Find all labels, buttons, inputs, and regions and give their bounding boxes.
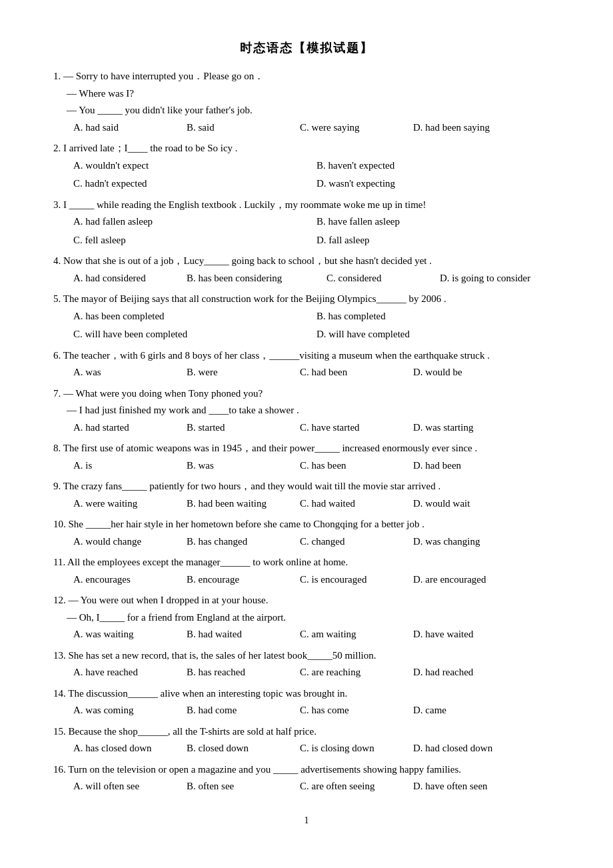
question-14-option-D: D. came — [413, 702, 526, 719]
question-3: 3. I _____ while reading the English tex… — [53, 197, 560, 249]
question-2-option-D: D. wasn't expecting — [316, 175, 560, 193]
question-8-options-row-1: A. isB. wasC. has beenD. had been — [73, 457, 560, 475]
question-12: 12. — You were out when I dropped in at … — [53, 592, 560, 643]
question-6-option-D: D. would be — [413, 364, 526, 381]
question-8-option-A: A. is — [73, 457, 187, 475]
question-15-option-D: D. had closed down — [413, 740, 526, 757]
question-16-option-C: C. are often seeing — [300, 778, 413, 795]
question-13-option-D: D. had reached — [413, 664, 526, 681]
question-9: 9. The crazy fans_____ patiently for two… — [53, 478, 560, 512]
page-title: 时态语态【模拟试题】 — [53, 40, 560, 56]
question-7-option-A: A. had started — [73, 419, 187, 437]
question-5-option-A: A. has been completed — [73, 308, 316, 325]
question-1-option-D: D. had been saying — [413, 119, 526, 137]
question-10-option-D: D. was changing — [413, 533, 526, 551]
question-3-option-C: C. fell asleep — [73, 232, 316, 249]
question-4-line-1: 4. Now that she is out of a job，Lucy____… — [53, 253, 560, 270]
question-3-line-1: 3. I _____ while reading the English tex… — [53, 197, 560, 214]
question-14-option-B: B. had come — [187, 702, 300, 719]
question-7-option-B: B. started — [187, 419, 300, 437]
question-13-option-C: C. are reaching — [300, 664, 413, 681]
question-2-option-C: C. hadn't expected — [73, 175, 316, 193]
question-14-line-1: 14. The discussion______ alive when an i… — [53, 685, 560, 703]
question-1-option-B: B. said — [187, 119, 300, 137]
question-11-option-D: D. are encouraged — [413, 571, 526, 589]
question-15-option-C: C. is closing down — [300, 740, 413, 757]
question-14-option-A: A. was coming — [73, 702, 187, 719]
question-15-options-row-1: A. has closed downB. closed downC. is cl… — [73, 740, 560, 757]
question-8-option-B: B. was — [187, 457, 300, 475]
question-2-options-row-1: A. wouldn't expectB. haven't expected — [73, 157, 560, 175]
question-13-line-1: 13. She has set a new record, that is, t… — [53, 647, 560, 665]
question-10-option-A: A. would change — [73, 533, 187, 551]
question-5-options-row-2: C. will have been completedD. will have … — [73, 326, 560, 343]
question-15-option-A: A. has closed down — [73, 740, 187, 757]
question-9-option-A: A. were waiting — [73, 495, 187, 513]
question-5-line-1: 5. The mayor of Beijing says that all co… — [53, 291, 560, 308]
question-4-option-A: A. had considered — [73, 270, 187, 287]
question-10: 10. She _____her hair style in her homet… — [53, 516, 560, 550]
question-16-option-D: D. have often seen — [413, 778, 526, 795]
question-4-option-B: B. has been considering — [187, 270, 326, 287]
question-12-option-D: D. have waited — [413, 626, 526, 643]
question-7-line-1: 7. — What were you doing when Tony phone… — [53, 385, 560, 403]
question-16-option-B: B. often see — [187, 778, 300, 795]
question-12-option-C: C. am waiting — [300, 626, 413, 643]
question-5-option-D: D. will have completed — [316, 326, 560, 343]
question-15: 15. Because the shop______, all the T-sh… — [53, 723, 560, 757]
question-4-option-C: C. considered — [326, 270, 440, 287]
question-10-option-C: C. changed — [300, 533, 413, 551]
question-10-options-row-1: A. would changeB. has changedC. changedD… — [73, 533, 560, 551]
question-9-options-row-1: A. were waitingB. had been waitingC. had… — [73, 495, 560, 513]
question-2-option-B: B. haven't expected — [316, 157, 560, 175]
question-1-line-1: 1. — Sorry to have interrupted you．Pleas… — [53, 68, 560, 85]
question-6: 6. The teacher，with 6 girls and 8 boys o… — [53, 347, 560, 381]
question-8-option-D: D. had been — [413, 457, 526, 475]
question-7-line-2: — I had just finished my work and ____to… — [67, 402, 560, 419]
question-5-option-B: B. has completed — [316, 308, 560, 325]
question-9-option-D: D. would wait — [413, 495, 526, 513]
question-3-options-row-2: C. fell asleepD. fall asleep — [73, 232, 560, 249]
question-14-option-C: C. has come — [300, 702, 413, 719]
question-13-option-B: B. has reached — [187, 664, 300, 681]
question-13: 13. She has set a new record, that is, t… — [53, 647, 560, 681]
question-14-options-row-1: A. was comingB. had comeC. has comeD. ca… — [73, 702, 560, 719]
question-12-line-1: 12. — You were out when I dropped in at … — [53, 592, 560, 609]
question-11-options-row-1: A. encouragesB. encourageC. is encourage… — [73, 571, 560, 589]
question-1-line-2: — Where was I? — [67, 85, 560, 103]
question-16: 16. Turn on the television or open a mag… — [53, 761, 560, 795]
question-11-line-1: 11. All the employees except the manager… — [53, 554, 560, 571]
question-12-option-A: A. was waiting — [73, 626, 187, 643]
question-15-line-1: 15. Because the shop______, all the T-sh… — [53, 723, 560, 741]
question-9-option-B: B. had been waiting — [187, 495, 300, 513]
question-5-option-C: C. will have been completed — [73, 326, 316, 343]
question-1: 1. — Sorry to have interrupted you．Pleas… — [53, 68, 560, 136]
question-2-option-A: A. wouldn't expect — [73, 157, 316, 175]
question-7-options-row-1: A. had startedB. startedC. have startedD… — [73, 419, 560, 437]
question-5-options-row-1: A. has been completedB. has completed — [73, 308, 560, 325]
question-6-option-C: C. had been — [300, 364, 413, 381]
question-6-option-A: A. was — [73, 364, 187, 381]
question-3-option-B: B. have fallen asleep — [316, 213, 560, 231]
question-12-options-row-1: A. was waitingB. had waitedC. am waiting… — [73, 626, 560, 643]
question-3-options-row-1: A. had fallen asleepB. have fallen aslee… — [73, 213, 560, 231]
question-8-line-1: 8. The first use of atomic weapons was i… — [53, 440, 560, 457]
question-3-option-A: A. had fallen asleep — [73, 213, 316, 231]
question-5: 5. The mayor of Beijing says that all co… — [53, 291, 560, 343]
question-13-options-row-1: A. have reachedB. has reachedC. are reac… — [73, 664, 560, 681]
question-6-options-row-1: A. wasB. wereC. had beenD. would be — [73, 364, 560, 381]
question-1-option-C: C. were saying — [300, 119, 413, 137]
question-1-line-3: — You _____ you didn't like your father'… — [67, 102, 560, 119]
question-10-line-1: 10. She _____her hair style in her homet… — [53, 516, 560, 533]
question-7-option-C: C. have started — [300, 419, 413, 437]
question-1-options-row-1: A. had saidB. saidC. were sayingD. had b… — [73, 119, 560, 137]
question-16-option-A: A. will often see — [73, 778, 187, 795]
question-11-option-B: B. encourage — [187, 571, 300, 589]
question-16-options-row-1: A. will often seeB. often seeC. are ofte… — [73, 778, 560, 795]
question-15-option-B: B. closed down — [187, 740, 300, 757]
question-11-option-A: A. encourages — [73, 571, 187, 589]
question-16-line-1: 16. Turn on the television or open a mag… — [53, 761, 560, 779]
question-3-option-D: D. fall asleep — [316, 232, 560, 249]
question-4: 4. Now that she is out of a job，Lucy____… — [53, 253, 560, 287]
question-13-option-A: A. have reached — [73, 664, 187, 681]
